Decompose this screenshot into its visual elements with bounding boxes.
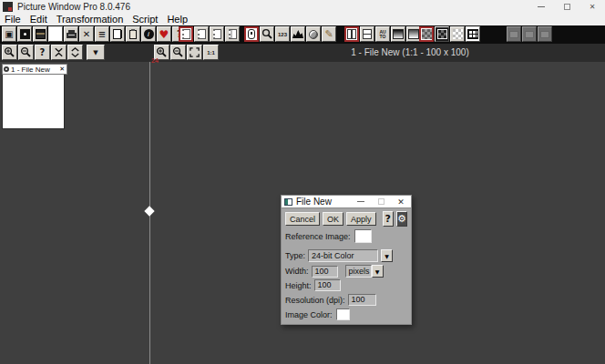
thumbnail-window[interactable]: 1 - File New ✕ [2,64,67,129]
chevron-down-icon: ▼ [93,49,97,56]
help-icon: ? [40,47,46,57]
dialog-help-button[interactable]: ? [383,211,394,227]
width-input[interactable]: 100 [312,266,338,278]
menu-help[interactable]: Help [162,14,192,25]
zoom-out-button[interactable] [18,45,34,60]
horizontal-split-button[interactable] [360,26,374,42]
collapse-button[interactable] [51,45,67,60]
maximize-button[interactable] [554,0,579,14]
histogram-icon [292,30,303,38]
splitter-handle[interactable] [144,206,154,216]
zoom-in-icon [4,46,15,58]
split-view-group: AU TO [344,26,421,42]
file-new-dialog: File New ✕ Cancel OK Apply ? ⚙ Reference… [281,195,412,325]
disabled-save-icon [540,31,549,38]
checker-light-button[interactable] [450,26,465,42]
type-dropdown-arrow[interactable]: ▼ [381,249,393,262]
readout-123-icon: 123 [278,32,287,37]
dialog-titlebar[interactable]: File New ✕ [281,195,412,208]
print-button[interactable] [64,26,78,42]
ok-button[interactable]: OK [323,212,344,226]
layout-single-pane-button[interactable] [179,26,193,42]
zoom-in-button[interactable] [2,45,17,60]
layout-pane-4-button[interactable] [225,26,240,42]
save-button[interactable] [33,26,47,42]
heart-icon: ♥ [159,29,169,40]
horizontal-split-icon [363,29,372,39]
layout-pane-2-button[interactable] [194,26,209,42]
window-title: Picture Window Pro 8.0.476 [17,2,130,12]
info-icon: i [144,29,154,39]
checker-dark-button[interactable] [435,26,449,42]
readout-button[interactable]: 123 [275,26,290,42]
info-button[interactable]: i [141,26,156,42]
close-image-button[interactable]: ✕ [79,26,94,42]
browse-list-button[interactable]: ≡ [95,26,109,42]
zoom-out-icon [20,46,32,58]
zoom-out-icon [172,46,184,58]
histogram-button[interactable] [291,26,305,42]
view-options-dropdown[interactable]: ▼ [87,45,105,60]
grid-button[interactable] [466,26,480,42]
image-color-swatch[interactable] [336,308,350,320]
gear-icon: ⚙ [397,213,406,225]
type-select[interactable]: 24-bit Color [308,249,378,262]
minimize-icon [357,201,364,202]
vertical-split-button[interactable] [344,26,359,42]
apply-button[interactable]: Apply [346,212,376,226]
thumbnail-image[interactable] [2,75,65,129]
open-image-button[interactable] [17,26,32,42]
height-input[interactable]: 100 [314,279,341,291]
width-unit-select[interactable]: pixels [345,265,372,278]
copy-button[interactable] [110,26,125,42]
menu-transformation[interactable]: Transformation [52,14,128,25]
reference-image-label: Reference Image: [285,232,351,241]
expand-vertical-icon [69,46,81,58]
one-to-one-icon: 1:1 [207,50,215,56]
unit-dropdown-arrow[interactable]: ▼ [372,265,384,278]
height-label: Height: [285,281,312,290]
cancel-button[interactable]: Cancel [285,212,320,226]
annotate-button[interactable]: ✎ [322,26,336,42]
dialog-controls: ✕ [351,196,411,208]
dialog-settings-button[interactable]: ⚙ [396,211,407,227]
gradient-dark-button[interactable] [391,26,405,42]
thumbnail-titlebar[interactable]: 1 - File New ✕ [2,64,67,75]
expand-button[interactable] [67,45,83,60]
probe-button[interactable] [244,26,259,42]
viewer-header-text: 1 - File New (1:1 - 100 x 100) [351,47,469,57]
favorites-button[interactable]: ♥ [157,26,171,42]
color-picker-button[interactable] [306,26,321,42]
dialog-minimize-button[interactable] [351,196,371,208]
fit-to-window-button[interactable] [187,45,202,60]
probe-tool-group: 123 ✎ [244,26,336,42]
pane-icon [213,29,221,39]
thumbnail-close-button[interactable]: ✕ [57,66,67,73]
new-composite-button[interactable]: ▣ [2,26,16,42]
menu-script[interactable]: Script [128,14,162,25]
close-button[interactable]: ✕ [579,0,605,14]
magnifier-button[interactable] [260,26,274,42]
menu-edit[interactable]: Edit [26,14,52,25]
reference-image-box[interactable] [354,229,372,243]
disabled-print-button [522,26,537,42]
help-mode-button[interactable]: ? [35,45,50,60]
gradient-icon [393,29,404,39]
paste-button[interactable] [126,26,140,42]
view-toolbar: ? ▼ 1:1 [0,44,605,62]
resolution-input[interactable]: 100 [348,294,376,306]
dialog-body: Cancel OK Apply ? ⚙ Reference Image: Typ… [281,208,412,325]
menu-file[interactable]: File [0,14,26,25]
layout-pane-3-button[interactable] [210,26,224,42]
checker-gray-button[interactable] [419,26,434,42]
auto-button[interactable]: AU TO [375,26,390,42]
blank-image-button[interactable] [48,26,63,42]
disabled-printer-icon [525,31,534,38]
actual-size-button[interactable]: 1:1 [203,45,219,60]
composite-icon: ▣ [5,29,13,39]
close-icon: ✕ [59,66,65,73]
viewer-zoom-out-button[interactable] [170,45,186,60]
layout-tool-group [179,26,240,42]
minimize-button[interactable] [528,0,554,14]
dialog-close-button[interactable]: ✕ [391,196,411,208]
